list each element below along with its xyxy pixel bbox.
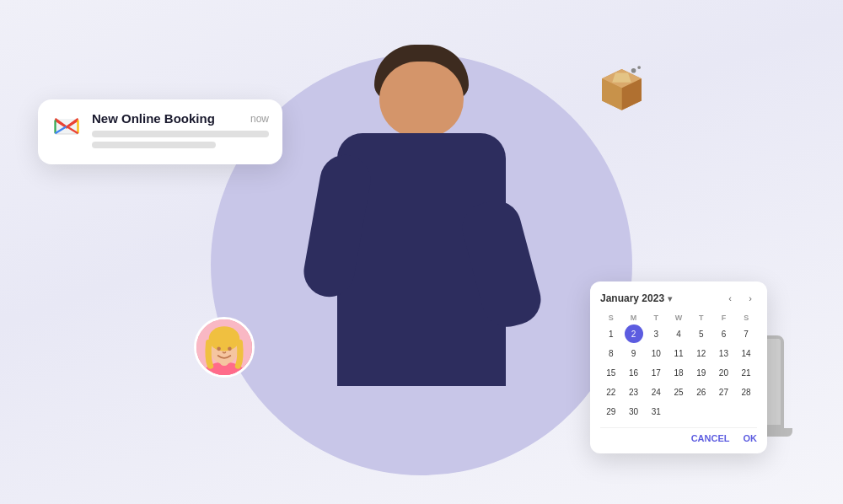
calendar-navigation: ‹ ›	[723, 292, 757, 305]
cal-day-8[interactable]: 8	[602, 344, 620, 362]
notification-header: New Online Booking now	[92, 111, 269, 126]
svg-point-18	[217, 347, 221, 351]
svg-point-11	[631, 68, 636, 73]
cal-day-18[interactable]: 18	[669, 363, 688, 382]
calendar-widget[interactable]: January 2023 ▾ ‹ › S M T W T F S 1 2 3 4…	[590, 281, 767, 453]
calendar-header: January 2023 ▾ ‹ ›	[600, 292, 757, 305]
calendar-dropdown-icon[interactable]: ▾	[668, 294, 672, 303]
calendar-next-button[interactable]: ›	[744, 292, 757, 305]
calendar-prev-button[interactable]: ‹	[723, 292, 737, 305]
cal-day-10[interactable]: 10	[647, 344, 665, 362]
cal-day-21[interactable]: 21	[737, 363, 755, 382]
cal-day-30[interactable]: 30	[625, 402, 643, 421]
person-face	[379, 62, 464, 137]
gmail-icon	[51, 111, 82, 142]
cal-day-9[interactable]: 9	[625, 344, 643, 362]
cal-header-w: W	[668, 312, 690, 324]
cal-header-m: M	[623, 312, 645, 324]
calendar-month-label: January 2023 ▾	[600, 292, 672, 304]
cal-day-2[interactable]: 2	[625, 324, 643, 343]
cal-day-15[interactable]: 15	[602, 363, 620, 382]
cal-day-14[interactable]: 14	[737, 344, 755, 362]
notification-content: New Online Booking now	[92, 111, 269, 153]
cal-day-6[interactable]: 6	[714, 324, 733, 343]
notification-title: New Online Booking	[92, 111, 215, 126]
cal-day-4[interactable]: 4	[669, 324, 688, 343]
cal-day-22[interactable]: 22	[602, 383, 620, 401]
cal-day-26[interactable]: 26	[692, 383, 711, 401]
cal-day-1[interactable]: 1	[602, 324, 620, 343]
cal-header-t1: T	[645, 312, 667, 324]
cal-day-5[interactable]: 5	[692, 324, 711, 343]
package-icon	[590, 55, 653, 118]
cal-day-28[interactable]: 28	[737, 383, 755, 401]
avatar-image	[196, 319, 252, 375]
notification-line-2	[92, 142, 216, 148]
cal-header-t2: T	[690, 312, 712, 324]
svg-point-19	[228, 347, 232, 351]
person-figure	[278, 32, 565, 504]
cal-day-25[interactable]: 25	[669, 383, 688, 401]
notification-time: now	[250, 113, 269, 125]
cal-day-3[interactable]: 3	[647, 324, 665, 343]
cal-day-19[interactable]: 19	[692, 363, 711, 382]
notification-line-1	[92, 131, 269, 137]
svg-point-12	[637, 66, 641, 69]
cal-day-12[interactable]: 12	[692, 344, 711, 362]
calendar-footer: CANCEL OK	[600, 427, 757, 443]
person-area	[211, 0, 632, 504]
cal-header-s1: S	[600, 312, 622, 324]
avatar-circle	[194, 317, 255, 378]
cal-header-s2: S	[735, 312, 757, 324]
cal-day-7[interactable]: 7	[737, 324, 755, 343]
calendar-cancel-button[interactable]: CANCEL	[691, 433, 730, 443]
cal-day-24[interactable]: 24	[647, 383, 665, 401]
cal-day-31[interactable]: 31	[647, 402, 665, 421]
cal-day-13[interactable]: 13	[714, 344, 733, 362]
svg-point-17	[209, 326, 240, 351]
cal-day-16[interactable]: 16	[625, 363, 643, 382]
cal-header-f: F	[713, 312, 735, 324]
package-box	[590, 55, 653, 121]
svg-marker-10	[612, 73, 631, 83]
calendar-grid: S M T W T F S 1 2 3 4 5 6 7 8 9 10 11 12…	[600, 312, 757, 421]
cal-day-29[interactable]: 29	[602, 402, 620, 421]
calendar-ok-button[interactable]: OK	[744, 433, 758, 443]
cal-day-17[interactable]: 17	[647, 363, 665, 382]
notification-card: New Online Booking now	[38, 99, 282, 164]
cal-day-23[interactable]: 23	[625, 383, 643, 401]
cal-day-27[interactable]: 27	[714, 383, 733, 401]
cal-day-20[interactable]: 20	[714, 363, 733, 382]
cal-day-11[interactable]: 11	[669, 344, 688, 362]
